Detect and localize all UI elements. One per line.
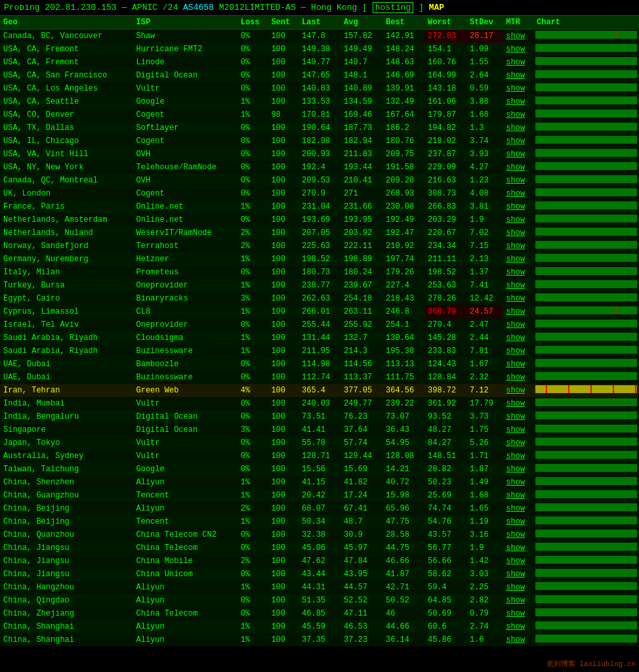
cell-best: 180.76 — [382, 135, 424, 148]
cell-stdev: 4.08 — [466, 187, 503, 200]
cell-mtr[interactable]: show — [503, 161, 533, 174]
hosting-badge[interactable]: hosting — [373, 2, 414, 13]
probing-table: Geo ISP Loss Sent Last Avg Best Worst St… — [0, 16, 639, 646]
cell-mtr[interactable]: show — [503, 384, 533, 397]
cell-worst: 308.73 — [424, 187, 466, 200]
cell-mtr[interactable]: show — [503, 253, 533, 266]
cell-mtr[interactable]: show — [503, 436, 533, 450]
cell-chart — [533, 423, 639, 436]
table-row: China, ShanghaiAliyun1%10045.5946.5344.6… — [0, 620, 639, 633]
cell-mtr[interactable]: show — [503, 594, 533, 607]
cell-chart — [533, 528, 639, 541]
cell-sent: 100 — [268, 528, 299, 541]
cell-mtr[interactable]: show — [503, 30, 533, 43]
cell-mtr[interactable]: show — [503, 240, 533, 253]
cell-loss: 1% — [237, 476, 268, 489]
cell-mtr[interactable]: show — [503, 95, 533, 108]
table-row: USA, CA, SeattleGoogle1%100133.53134.591… — [0, 95, 639, 108]
cell-stdev: 1.55 — [466, 56, 503, 69]
cell-geo: Germany, Nuremberg — [0, 253, 133, 266]
cell-geo: Netherlands, Nuland — [0, 226, 133, 240]
cell-chart — [533, 266, 639, 279]
cell-mtr[interactable]: show — [503, 555, 533, 568]
cell-chart — [533, 371, 639, 384]
cell-mtr[interactable]: show — [503, 345, 533, 358]
cell-mtr[interactable]: show — [503, 279, 533, 292]
cell-mtr[interactable]: show — [503, 82, 533, 95]
map-link[interactable]: MAP — [429, 3, 444, 12]
cell-loss: 2% — [237, 240, 268, 253]
cell-best: 195.38 — [382, 345, 424, 358]
cell-chart — [533, 515, 639, 528]
cell-best: 54.95 — [382, 436, 424, 450]
cell-mtr[interactable]: show — [503, 69, 533, 82]
cell-loss: 0% — [237, 450, 268, 463]
cell-mtr[interactable]: show — [503, 476, 533, 489]
cell-mtr[interactable]: show — [503, 423, 533, 436]
table-row: China, ZhejiangChina Telecom0%10046.8547… — [0, 607, 639, 620]
cell-mtr[interactable]: show — [503, 607, 533, 620]
cell-last: 41.41 — [299, 423, 340, 436]
cell-sent: 100 — [268, 240, 299, 253]
cell-mtr[interactable]: show — [503, 489, 533, 502]
cell-best: 254.1 — [382, 318, 424, 331]
cell-mtr[interactable]: show — [503, 633, 533, 646]
cell-isp: Vultr — [133, 450, 237, 463]
cell-avg: 182.94 — [340, 135, 382, 148]
cell-mtr[interactable]: show — [503, 226, 533, 240]
cell-mtr[interactable]: show — [503, 397, 533, 410]
cell-mtr[interactable]: show — [503, 108, 533, 121]
cell-avg: 37.23 — [340, 633, 382, 646]
cell-mtr[interactable]: show — [503, 358, 533, 371]
cell-chart — [533, 213, 639, 226]
cell-mtr[interactable]: show — [503, 528, 533, 541]
cell-mtr[interactable]: show — [503, 121, 533, 135]
asn-link[interactable]: AS4658 — [183, 3, 214, 12]
cell-mtr[interactable]: show — [503, 331, 533, 345]
cell-mtr[interactable]: show — [503, 43, 533, 56]
cell-mtr[interactable]: show — [503, 266, 533, 279]
cell-mtr[interactable]: show — [503, 187, 533, 200]
cell-worst: 56.77 — [424, 541, 466, 555]
cell-loss: 0% — [237, 69, 268, 82]
cell-mtr[interactable]: show — [503, 213, 533, 226]
cell-geo: USA, NY, New York — [0, 161, 133, 174]
cell-mtr[interactable]: show — [503, 318, 533, 331]
cell-stdev: 24.57 — [466, 305, 503, 318]
chart-bar-container — [535, 96, 637, 104]
cell-mtr[interactable]: show — [503, 463, 533, 476]
table-row: France, ParisOnline.net1%100231.04231.66… — [0, 200, 639, 213]
cell-mtr[interactable]: show — [503, 371, 533, 384]
cell-geo: China, Guangzhou — [0, 489, 133, 502]
table-row: Israel, Tel AvivOneprovider0%100255.4425… — [0, 318, 639, 331]
chart-bar-container — [535, 320, 637, 327]
cell-mtr[interactable]: show — [503, 515, 533, 528]
cell-mtr[interactable]: show — [503, 410, 533, 423]
cell-worst: 164.99 — [424, 69, 466, 82]
cell-mtr[interactable]: show — [503, 450, 533, 463]
cell-stdev: 12.42 — [466, 292, 503, 305]
chart-bar-container — [535, 490, 637, 498]
cell-mtr[interactable]: show — [503, 135, 533, 148]
cell-chart — [533, 620, 639, 633]
cell-chart — [533, 30, 639, 43]
cell-mtr[interactable]: show — [503, 568, 533, 581]
cell-mtr[interactable]: show — [503, 502, 533, 515]
cell-worst: 278.26 — [424, 292, 466, 305]
cell-stdev: 17.79 — [466, 397, 503, 410]
cell-isp: China Unicom — [133, 568, 237, 581]
cell-best: 268.93 — [382, 187, 424, 200]
cell-mtr[interactable]: show — [503, 292, 533, 305]
cell-mtr[interactable]: show — [503, 56, 533, 69]
cell-mtr[interactable]: show — [503, 541, 533, 555]
cell-best: 139.91 — [382, 82, 424, 95]
cell-mtr[interactable]: show — [503, 174, 533, 187]
cell-mtr[interactable]: show — [503, 148, 533, 161]
cell-avg: 193.95 — [340, 213, 382, 226]
cell-mtr[interactable]: show — [503, 620, 533, 633]
cell-mtr[interactable]: show — [503, 200, 533, 213]
cell-avg: 76.23 — [340, 410, 382, 423]
table-row: China, HangzhouAliyun1%10044.3144.5742.7… — [0, 581, 639, 594]
cell-mtr[interactable]: show — [503, 305, 533, 318]
cell-mtr[interactable]: show — [503, 581, 533, 594]
